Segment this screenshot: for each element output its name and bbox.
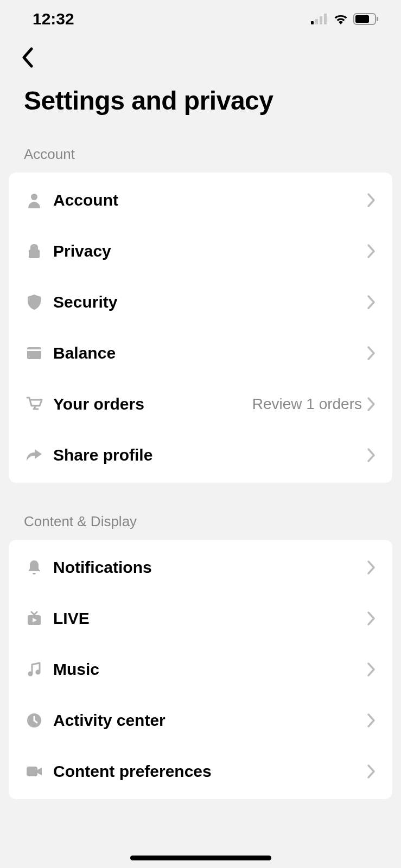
svg-rect-5 <box>355 15 369 23</box>
page-title: Settings and privacy <box>0 69 401 116</box>
row-activity-center[interactable]: Activity center <box>9 695 392 746</box>
chevron-right-icon <box>366 295 376 310</box>
status-icons <box>311 13 379 25</box>
svg-rect-15 <box>27 767 37 776</box>
music-note-icon <box>25 660 43 679</box>
battery-icon <box>353 13 379 25</box>
row-label: Activity center <box>53 711 366 730</box>
wallet-icon <box>25 344 43 362</box>
chevron-right-icon <box>366 560 376 575</box>
row-notifications[interactable]: Notifications <box>9 542 392 593</box>
row-label: Balance <box>53 344 366 362</box>
clock-icon <box>25 711 43 730</box>
row-content-preferences[interactable]: Content preferences <box>9 746 392 797</box>
svg-rect-0 <box>311 21 314 24</box>
chevron-right-icon <box>366 346 376 361</box>
svg-point-7 <box>31 194 37 200</box>
lock-icon <box>25 242 43 260</box>
chevron-right-icon <box>366 713 376 728</box>
status-time: 12:32 <box>33 10 74 28</box>
row-music[interactable]: Music <box>9 644 392 695</box>
svg-point-12 <box>28 672 33 676</box>
row-security[interactable]: Security <box>9 277 392 328</box>
svg-rect-9 <box>27 347 41 359</box>
row-label: Notifications <box>53 558 366 577</box>
row-detail: Review 1 orders <box>252 395 362 413</box>
svg-rect-1 <box>315 19 318 24</box>
bell-icon <box>25 558 43 577</box>
share-icon <box>25 446 43 464</box>
row-label: Share profile <box>53 446 366 464</box>
chevron-right-icon <box>366 662 376 677</box>
tv-icon <box>25 609 43 628</box>
video-icon <box>25 762 43 781</box>
row-privacy[interactable]: Privacy <box>9 226 392 277</box>
row-your-orders[interactable]: Your orders Review 1 orders <box>9 379 392 430</box>
row-label: Music <box>53 660 366 679</box>
row-account[interactable]: Account <box>9 175 392 226</box>
card-content-display: Notifications LIVE Music Activity center… <box>9 540 392 799</box>
chevron-right-icon <box>366 193 376 208</box>
row-label: LIVE <box>53 609 366 628</box>
svg-rect-2 <box>320 16 322 24</box>
cellular-signal-icon <box>311 14 328 24</box>
shield-icon <box>25 293 43 311</box>
chevron-right-icon <box>366 448 376 463</box>
row-label: Your orders <box>53 395 252 413</box>
chevron-right-icon <box>366 764 376 779</box>
svg-rect-6 <box>377 17 378 21</box>
chevron-right-icon <box>366 397 376 412</box>
row-balance[interactable]: Balance <box>9 328 392 379</box>
row-label: Content preferences <box>53 762 366 781</box>
status-bar: 12:32 <box>0 0 401 38</box>
row-label: Privacy <box>53 242 366 260</box>
row-share-profile[interactable]: Share profile <box>9 430 392 481</box>
home-indicator[interactable] <box>130 856 271 860</box>
svg-point-13 <box>36 670 41 675</box>
card-account: Account Privacy Security Balance Your or… <box>9 173 392 483</box>
row-label: Security <box>53 293 366 311</box>
section-header-account: Account <box>0 116 401 173</box>
person-icon <box>25 191 43 209</box>
chevron-left-icon <box>21 47 33 68</box>
cart-icon <box>25 395 43 413</box>
chevron-right-icon <box>366 611 376 626</box>
section-header-content-display: Content & Display <box>0 483 401 540</box>
row-label: Account <box>53 191 366 209</box>
chevron-right-icon <box>366 244 376 259</box>
svg-rect-3 <box>324 14 327 24</box>
row-live[interactable]: LIVE <box>9 593 392 644</box>
svg-rect-8 <box>29 250 40 258</box>
wifi-icon <box>333 13 349 25</box>
back-button[interactable] <box>15 46 39 69</box>
svg-rect-10 <box>27 349 41 351</box>
